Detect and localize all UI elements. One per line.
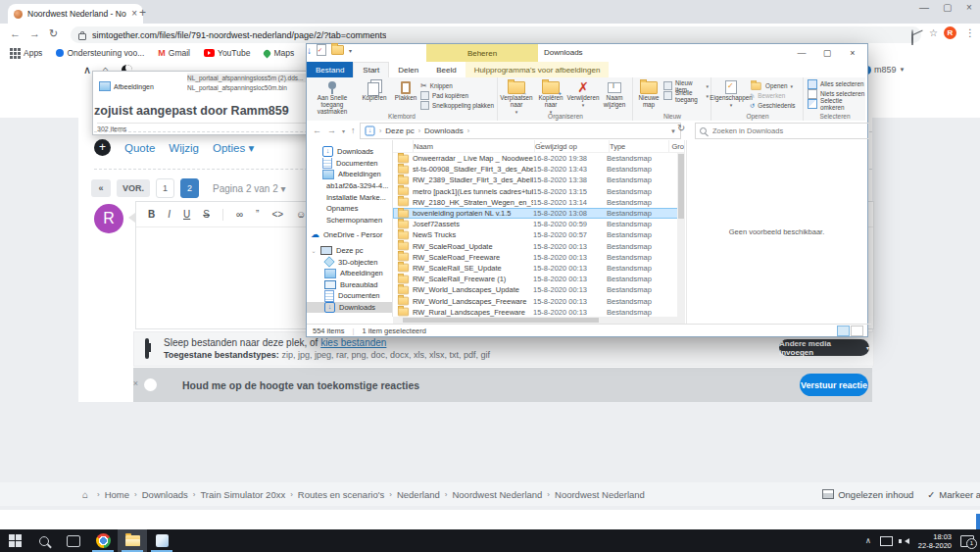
- action-center-icon[interactable]: 1: [960, 535, 974, 547]
- nav-item[interactable]: Documenten: [307, 290, 392, 302]
- tab-close-icon[interactable]: ×: [131, 9, 137, 19]
- edit-button[interactable]: ✎Bewerken: [750, 91, 801, 100]
- address-dropdown-icon[interactable]: ▼: [670, 128, 676, 134]
- taskbar-app-button[interactable]: [147, 529, 176, 552]
- new-tab-button[interactable]: +: [139, 6, 146, 20]
- address-box[interactable]: › Deze pc › Downloads › ▼: [360, 123, 681, 139]
- page-indicator[interactable]: Pagina 2 van 2 ▾: [213, 183, 286, 194]
- forward-icon[interactable]: →: [29, 27, 40, 39]
- vertical-scrollbar[interactable]: [677, 152, 685, 317]
- bold-button[interactable]: B: [148, 209, 155, 220]
- bookmark-youtube[interactable]: YouTube: [204, 48, 250, 58]
- hidden-icons-chevron[interactable]: ∧: [865, 536, 871, 545]
- cut-button[interactable]: ✂Knippen: [420, 81, 495, 90]
- file-row[interactable]: NewS Trucks 15-8-2020 00:57 Bestandsmap: [393, 229, 685, 240]
- italic-button[interactable]: I: [168, 209, 171, 220]
- properties-button[interactable]: Eigenschappen: [712, 79, 750, 110]
- underline-button[interactable]: U: [183, 209, 190, 220]
- explorer-search[interactable]: [695, 123, 869, 139]
- file-row[interactable]: RW_World_Landscapes_Update 15-8-2020 00:…: [393, 284, 685, 295]
- file-row[interactable]: RW_ScaleRoad_Update 15-8-2020 00:13 Best…: [393, 241, 685, 252]
- file-row[interactable]: Josef72assets 15-8-2020 00:59 Bestandsma…: [393, 219, 685, 229]
- expander-icon[interactable]: ⌄: [311, 247, 317, 254]
- breadcrumb-item[interactable]: ›Nederland: [384, 489, 440, 500]
- network-icon[interactable]: [880, 536, 893, 546]
- copy-path-button[interactable]: Pad kopiëren: [420, 91, 495, 100]
- properties-qat-icon[interactable]: [317, 44, 326, 56]
- recent-dropdown-icon[interactable]: ▾: [342, 127, 345, 134]
- easy-access-button[interactable]: Snelle toegang: [663, 91, 709, 100]
- bookmark-apps[interactable]: Apps: [10, 48, 42, 59]
- file-row[interactable]: RW_2389_Stadler_Flirt_3_des_Abellio 15-8…: [393, 175, 685, 185]
- browser-close-button[interactable]: ×: [966, 2, 972, 13]
- nav-item-thispc[interactable]: ⌄ Deze pc: [307, 245, 392, 257]
- file-row[interactable]: RW_World_Landscapes_Freeware 15-8-2020 0…: [393, 295, 685, 306]
- select-all-button[interactable]: Alles selecteren: [808, 79, 865, 88]
- emoji-icon[interactable]: ☺: [296, 209, 306, 220]
- url-bar[interactable]: simtogether.com/files/file/791-noordwest…: [71, 26, 921, 43]
- back-icon[interactable]: ←: [313, 125, 321, 135]
- bookmark-gmail[interactable]: M Gmail: [158, 48, 190, 58]
- rename-button[interactable]: Naam wijzigen: [599, 79, 630, 115]
- bg-file-row[interactable]: NL_portaal_afspanningsloss5m (2).dds...: [187, 74, 324, 82]
- file-row[interactable]: st-ts-00908_Stadler_Flirt_3_des_Abellio …: [393, 164, 685, 175]
- explorer-close-button[interactable]: ×: [840, 44, 865, 62]
- file-row[interactable]: RW_ScaleRail_Freeware (1) 15-8-2020 00:1…: [393, 274, 685, 284]
- back-icon[interactable]: ←: [10, 27, 21, 39]
- code-icon[interactable]: <>: [271, 209, 283, 220]
- volume-icon[interactable]: [902, 538, 909, 544]
- nav-item-onedrive[interactable]: OneDrive - Persor: [307, 229, 392, 241]
- browser-tab[interactable]: Noordwest Nederland - Noord... ×: [8, 4, 143, 24]
- invert-selection-button[interactable]: Selectie omkeren: [808, 99, 865, 108]
- collapse-icon[interactable]: ∧: [83, 64, 91, 76]
- tab-bestand[interactable]: Bestand: [307, 62, 353, 77]
- reload-icon[interactable]: ↻: [49, 27, 58, 40]
- bookmark-maps[interactable]: Maps: [264, 48, 294, 58]
- taskbar-search-button[interactable]: [29, 529, 59, 552]
- browser-maximize-button[interactable]: ▢: [943, 2, 952, 13]
- taskbar-explorer-button[interactable]: [118, 529, 147, 552]
- nav-item[interactable]: Opnames: [307, 203, 392, 215]
- plus-icon[interactable]: +: [94, 139, 111, 156]
- edit-link[interactable]: Wijzig: [169, 142, 199, 154]
- start-button[interactable]: [0, 529, 29, 552]
- browser-profile-avatar[interactable]: R: [944, 26, 956, 39]
- options-link[interactable]: Opties ▾: [213, 141, 254, 155]
- new-folder-button[interactable]: Nieuwe map: [634, 79, 663, 109]
- strikethrough-button[interactable]: S: [203, 209, 210, 220]
- tab-beeld[interactable]: Beeld: [427, 62, 465, 77]
- user-menu[interactable]: m859 ▼: [862, 65, 905, 75]
- browser-minimize-button[interactable]: —: [919, 2, 929, 13]
- column-name[interactable]: Naam: [414, 140, 535, 152]
- file-row[interactable]: RW_ScaleRoad_Freeware 15-8-2020 00:13 Be…: [393, 252, 685, 263]
- crumb-downloads[interactable]: Downloads: [424, 126, 464, 135]
- delete-button[interactable]: ✗ Verwijderen: [567, 79, 599, 115]
- pin-quick-access-button[interactable]: Aan Snelle toegang vastmaken: [307, 79, 358, 115]
- bg-sidebar-item[interactable]: Afbeeldingen: [99, 81, 154, 91]
- paste-button[interactable]: Plakken: [391, 79, 420, 115]
- explorer-maximize-button[interactable]: ▢: [814, 44, 840, 62]
- forward-icon[interactable]: →: [327, 125, 336, 135]
- nav-item[interactable]: Downloads: [307, 302, 392, 314]
- nav-item[interactable]: 3D-objecten: [307, 256, 392, 268]
- submit-reply-button[interactable]: Verstuur reactie: [800, 374, 868, 396]
- column-size[interactable]: Gro: [669, 140, 685, 152]
- browser-menu-icon[interactable]: ⋮: [965, 27, 975, 38]
- column-type[interactable]: Type: [610, 140, 669, 152]
- prev-page-button[interactable]: VOR.: [117, 179, 150, 197]
- breadcrumb-item[interactable]: ›Noordwest Nederland: [440, 489, 543, 500]
- open-button[interactable]: Openen: [750, 81, 801, 90]
- link-icon[interactable]: ∞: [236, 209, 243, 220]
- nav-item[interactable]: Schermopnamen: [307, 215, 392, 226]
- bg-file-row[interactable]: NL_portaal_afspanningsloc50m.bin: [187, 83, 324, 92]
- other-media-button[interactable]: Andere media invoegen▾: [779, 339, 869, 356]
- search-input[interactable]: [710, 125, 842, 136]
- history-button[interactable]: ↺Geschiedenis: [750, 101, 801, 110]
- bookmark-star-icon[interactable]: ☆: [929, 27, 938, 38]
- breadcrumb-item[interactable]: ›Home: [92, 489, 129, 500]
- explorer-minimize-button[interactable]: —: [789, 44, 814, 62]
- copy-button[interactable]: Kopiëren: [358, 79, 391, 115]
- nav-item[interactable]: Bureaublad: [307, 279, 392, 291]
- choose-files-link[interactable]: kies bestanden: [320, 337, 386, 348]
- qat-dropdown-icon[interactable]: ▾: [349, 47, 352, 54]
